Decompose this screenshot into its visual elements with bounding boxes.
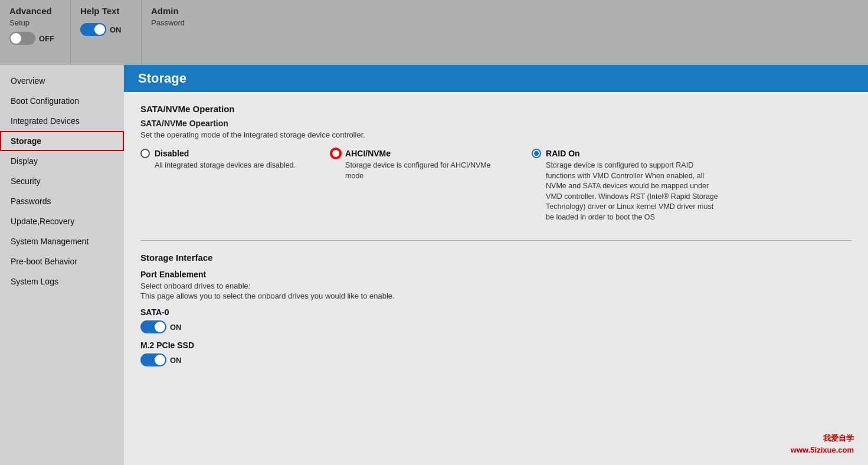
- sidebar-item-display[interactable]: Display: [0, 151, 124, 171]
- radio-option-disabled: Disabled All integrated storage devices …: [140, 149, 296, 171]
- section-divider: [140, 240, 851, 241]
- page-header: Storage: [124, 65, 868, 92]
- content-pane: Storage SATA/NVMe Operation SATA/NVMe Op…: [124, 65, 868, 465]
- m2-pcie-toggle-wrap: ON: [140, 353, 851, 366]
- radio-top-disabled: Disabled: [140, 149, 296, 158]
- m2-pcie-toggle[interactable]: [140, 353, 166, 366]
- help-text-toggle-label: ON: [110, 25, 122, 34]
- setup-sublabel: Setup: [9, 18, 30, 27]
- sata-nvme-desc: Set the operating mode of the integrated…: [140, 130, 851, 139]
- port-desc-1: Select onboard drives to enable:: [140, 281, 851, 290]
- radio-raid[interactable]: [532, 149, 541, 158]
- sidebar-item-system-management[interactable]: System Management: [0, 231, 124, 251]
- radio-disabled-label: Disabled: [155, 149, 189, 158]
- radio-disabled[interactable]: [140, 149, 150, 158]
- radio-disabled-desc: All integrated storage devices are disab…: [140, 161, 296, 171]
- content-body: SATA/NVMe Operation SATA/NVMe Opeartion …: [124, 92, 868, 378]
- radio-top-raid: RAID On: [532, 149, 720, 158]
- radio-top-ahci: AHCI/NVMe: [331, 149, 496, 158]
- sata0-label: SATA-0: [140, 307, 851, 317]
- port-enablement-title: Port Enablement: [140, 270, 851, 279]
- radio-ahci[interactable]: [331, 149, 340, 158]
- sata-nvme-section-title: SATA/NVMe Operation: [140, 104, 851, 114]
- storage-interface-title: Storage Interface: [140, 253, 851, 263]
- sidebar-item-update-recovery[interactable]: Update,Recovery: [0, 211, 124, 231]
- sidebar-item-system-logs[interactable]: System Logs: [0, 271, 124, 292]
- advanced-toggle-label: OFF: [39, 34, 54, 43]
- toolbar-advanced-setup: Advanced Setup OFF: [0, 0, 71, 65]
- sata0-toggle[interactable]: [140, 320, 166, 333]
- sata-nvme-subtitle: SATA/NVMe Opeartion: [140, 119, 851, 128]
- advanced-label: Advanced: [9, 6, 52, 16]
- admin-sublabel: Password: [151, 18, 185, 27]
- help-text-toggle-wrap: ON: [80, 23, 122, 36]
- sidebar-item-boot-configuration[interactable]: Boot Configuration: [0, 91, 124, 111]
- sata0-toggle-label: ON: [170, 323, 182, 332]
- page-title: Storage: [138, 71, 186, 86]
- sidebar: Overview Boot Configuration Integrated D…: [0, 65, 124, 465]
- main-area: Overview Boot Configuration Integrated D…: [0, 65, 868, 465]
- radio-raid-label: RAID On: [546, 149, 580, 158]
- admin-label: Admin: [151, 6, 179, 16]
- sidebar-item-pre-boot-behavior[interactable]: Pre-boot Behavior: [0, 251, 124, 271]
- radio-option-ahci: AHCI/NVMe Storage device is configured f…: [331, 149, 496, 181]
- radio-ahci-label: AHCI/NVMe: [345, 149, 391, 158]
- radio-options-row: Disabled All integrated storage devices …: [140, 149, 851, 222]
- help-text-toggle[interactable]: [80, 23, 106, 36]
- toolbar-admin-password: Admin Password: [142, 0, 212, 65]
- advanced-toggle-wrap: OFF: [9, 32, 54, 45]
- sidebar-item-overview[interactable]: Overview: [0, 71, 124, 91]
- radio-ahci-desc: Storage device is configured for AHCI/NV…: [331, 161, 496, 181]
- radio-raid-desc: Storage device is configured to support …: [532, 161, 720, 222]
- m2-pcie-label: M.2 PCIe SSD: [140, 340, 851, 350]
- toolbar-help-text: Help Text ON: [71, 0, 142, 65]
- sidebar-item-security[interactable]: Security: [0, 171, 124, 191]
- radio-option-raid: RAID On Storage device is configured to …: [532, 149, 720, 222]
- sidebar-item-storage[interactable]: Storage: [0, 131, 124, 151]
- sata0-toggle-wrap: ON: [140, 320, 851, 333]
- advanced-toggle[interactable]: [9, 32, 35, 45]
- port-desc-2: This page allows you to select the onboa…: [140, 292, 851, 300]
- sidebar-item-passwords[interactable]: Passwords: [0, 191, 124, 211]
- help-text-label: Help Text: [80, 6, 119, 16]
- m2-pcie-toggle-label: ON: [170, 356, 182, 365]
- toolbar: Advanced Setup OFF Help Text ON Admin Pa…: [0, 0, 868, 65]
- sidebar-item-integrated-devices[interactable]: Integrated Devices: [0, 111, 124, 131]
